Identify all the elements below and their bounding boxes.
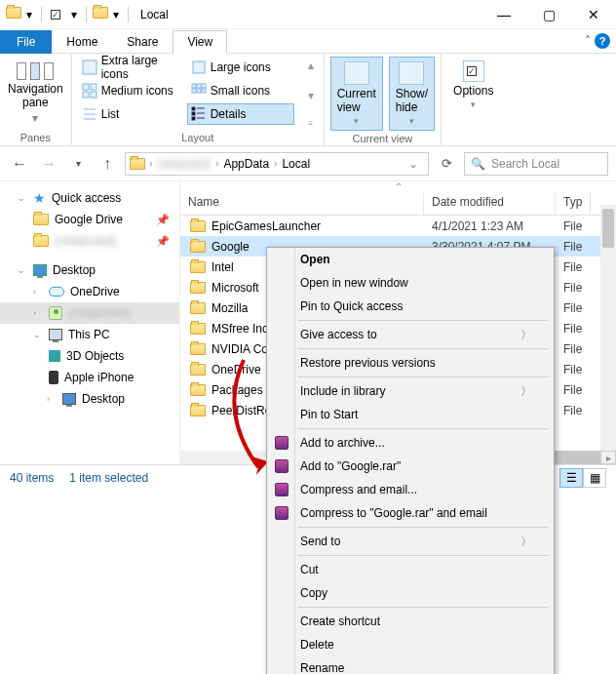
nav-desktop[interactable]: ⌄Desktop <box>0 259 179 281</box>
refresh-button[interactable]: ⟳ <box>435 152 458 176</box>
svg-rect-0 <box>83 60 96 74</box>
nav-item-redacted[interactable]: (redacted)📌 <box>0 230 179 252</box>
ctx-pin-to-start[interactable]: Pin to Start <box>267 403 554 426</box>
folder-icon <box>33 235 49 247</box>
ctx-delete[interactable]: Delete <box>267 633 554 656</box>
chevron-right-icon: 〉 <box>520 534 532 550</box>
qat-dropdown[interactable]: ▾ <box>23 6 35 23</box>
nav-onedrive[interactable]: ›OneDrive <box>0 281 179 302</box>
pin-icon: 📌 <box>156 235 175 248</box>
nav-this-pc[interactable]: ⌄This PC <box>0 324 179 345</box>
table-row[interactable]: EpicGamesLauncher4/1/2021 1:23 AMFile <box>180 216 616 236</box>
file-name: Google <box>212 240 250 254</box>
file-name: MSfree Inc <box>212 322 268 336</box>
ribbon-group-label: Layout <box>78 130 318 145</box>
forward-button[interactable]: → <box>37 152 60 176</box>
pin-icon: 📌 <box>156 214 175 226</box>
file-type: File <box>556 301 582 315</box>
view-details-toggle[interactable]: ☰ <box>559 468 583 488</box>
ribbon-group-current-view: Current view▾ Show/ hide▾ Current view <box>325 54 442 145</box>
ctx-add-to-archive[interactable]: Add to archive... <box>267 431 554 455</box>
ctx-open-new-window[interactable]: Open in new window <box>267 271 554 295</box>
ctx-cut[interactable]: Cut <box>267 558 554 581</box>
column-type[interactable]: Typ <box>556 192 591 215</box>
ctx-compress-rar-email[interactable]: Compress to "Google.rar" and email <box>267 501 554 525</box>
breadcrumb-segment[interactable]: (redacted) <box>154 157 213 171</box>
ribbon-tabs: File Home Share View ˄ ? <box>0 29 616 54</box>
ribbon: Navigation pane ▾ Panes Extra large icon… <box>0 54 616 146</box>
view-medium-icons[interactable]: Medium icons <box>78 80 185 101</box>
view-large-icons[interactable]: Large icons <box>187 57 294 78</box>
column-date[interactable]: Date modified <box>424 192 556 215</box>
tab-file[interactable]: File <box>0 30 52 54</box>
help-button[interactable]: ? <box>595 33 610 49</box>
breadcrumb-segment[interactable]: Local <box>279 157 313 171</box>
search-box[interactable]: 🔍 Search Local <box>464 152 608 176</box>
vertical-scrollbar[interactable] <box>600 205 616 451</box>
folder-icon <box>190 261 206 273</box>
ribbon-group-layout: Extra large icons Large icons Medium ico… <box>72 54 325 145</box>
navigation-pane-button[interactable]: Navigation pane ▾ <box>6 57 65 130</box>
minimize-button[interactable]: — <box>481 0 526 29</box>
folder-icon <box>190 384 206 396</box>
ctx-open[interactable]: Open <box>267 248 554 271</box>
ctx-include-in-library[interactable]: Include in library〉 <box>267 379 554 403</box>
nav-3d-objects[interactable]: 3D Objects <box>0 345 179 367</box>
desktop-icon <box>33 264 47 276</box>
ctx-pin-quick-access[interactable]: Pin to Quick access <box>267 295 554 318</box>
ribbon-group-options: ✓ Options▾ <box>442 54 505 145</box>
tab-share[interactable]: Share <box>112 30 173 54</box>
chevron-right-icon: 〉 <box>520 383 532 400</box>
minimize-ribbon-button[interactable]: ˄ <box>585 34 591 48</box>
status-selection: 1 item selected <box>69 471 148 485</box>
folder-icon <box>190 364 206 376</box>
nav-quick-access[interactable]: ⌄★Quick access <box>0 187 179 209</box>
ctx-add-to-rar[interactable]: Add to "Google.rar" <box>267 455 554 478</box>
breadcrumb-segment[interactable]: AppData <box>220 157 272 171</box>
folder-icon <box>190 282 206 294</box>
ctx-restore-previous[interactable]: Restore previous versions <box>267 351 554 375</box>
back-button[interactable]: ← <box>8 152 31 176</box>
svg-rect-8 <box>202 84 206 88</box>
tab-view[interactable]: View <box>173 30 227 54</box>
show-hide-button[interactable]: Show/ hide▾ <box>389 57 435 131</box>
view-list[interactable]: List <box>78 103 185 125</box>
qat-properties-checkbox-icon[interactable]: ✓ <box>48 8 66 21</box>
address-dropdown[interactable]: ⌄ <box>403 157 424 171</box>
status-item-count: 40 items <box>10 471 54 485</box>
nav-user[interactable]: ›(redacted) <box>0 302 179 324</box>
qat-dropdown-3[interactable]: ▾ <box>110 6 122 23</box>
layout-scroll[interactable]: ▴▾≡ <box>304 57 318 130</box>
nav-desktop-2[interactable]: ›Desktop <box>0 388 179 410</box>
options-button[interactable]: ✓ Options▾ <box>447 57 499 130</box>
maximize-button[interactable]: ▢ <box>526 0 571 29</box>
ctx-send-to[interactable]: Send to〉 <box>267 530 554 553</box>
tab-home[interactable]: Home <box>52 30 112 54</box>
navigation-tree[interactable]: ⌄★Quick access Google Drive📌 (redacted)📌… <box>0 181 180 464</box>
recent-locations-button[interactable]: ▾ <box>66 152 90 176</box>
nav-apple-iphone[interactable]: Apple iPhone <box>0 367 179 388</box>
scroll-up-indicator[interactable]: ⌃ <box>180 181 616 192</box>
winrar-icon <box>275 506 289 520</box>
qat-dropdown-2[interactable]: ▾ <box>68 6 80 23</box>
star-icon: ★ <box>33 190 46 206</box>
view-small-icons[interactable]: Small icons <box>187 80 294 101</box>
folder-icon <box>6 7 21 22</box>
close-button[interactable]: ✕ <box>571 0 616 29</box>
up-button[interactable]: ↑ <box>96 152 119 176</box>
view-extra-large-icons[interactable]: Extra large icons <box>78 57 185 78</box>
view-details[interactable]: Details <box>187 103 294 125</box>
search-placeholder: Search Local <box>491 157 559 171</box>
ctx-rename[interactable]: Rename <box>267 656 554 674</box>
column-name[interactable]: Name <box>180 192 424 215</box>
view-thumbnails-toggle[interactable]: ▦ <box>583 468 606 488</box>
ctx-copy[interactable]: Copy <box>267 581 554 605</box>
ctx-create-shortcut[interactable]: Create shortcut <box>267 610 554 633</box>
ribbon-group-label: Current view <box>330 131 435 146</box>
breadcrumb[interactable]: › (redacted)› AppData› Local ⌄ <box>125 152 429 176</box>
ctx-compress-email[interactable]: Compress and email... <box>267 478 554 501</box>
ctx-give-access-to[interactable]: Give access to〉 <box>267 323 554 346</box>
nav-google-drive[interactable]: Google Drive📌 <box>0 209 179 230</box>
svg-rect-3 <box>91 84 96 90</box>
current-view-button[interactable]: Current view▾ <box>330 57 383 131</box>
